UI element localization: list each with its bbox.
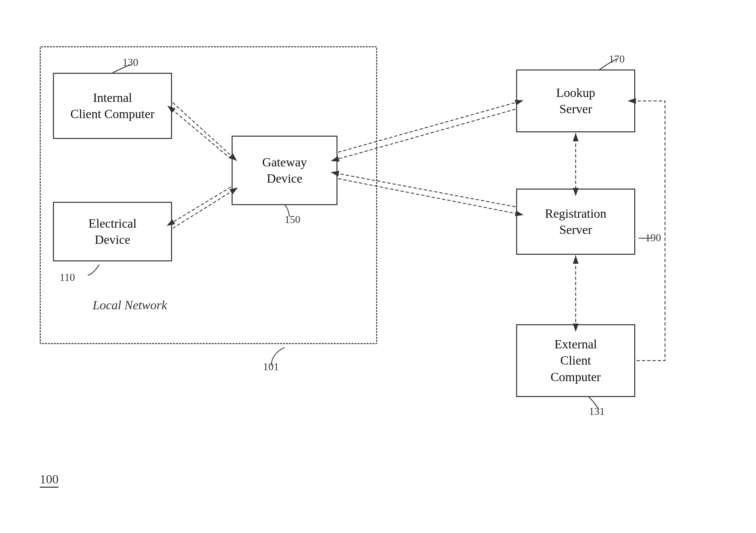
internal-client-computer-box: Internal Client Computer (53, 73, 172, 139)
gateway-device-box: Gateway Device (232, 136, 337, 205)
ref-150: 150 (285, 213, 300, 226)
ref-100-label: 100 (40, 472, 59, 486)
electrical-device-box: Electrical Device (53, 202, 172, 261)
local-network-label: Local Network (93, 298, 167, 312)
ref-170: 170 (609, 53, 625, 65)
diagram-container: Local Network 100 Internal Client Comput… (26, 26, 728, 506)
registration-server-box: Registration Server (516, 189, 635, 255)
ref-131: 131 (589, 405, 605, 418)
ref-110: 110 (60, 271, 75, 284)
ref-130: 130 (122, 56, 138, 68)
external-client-computer-box: External Client Computer (516, 324, 635, 397)
ref-190: 190 (645, 232, 661, 244)
ref-101: 101 (263, 361, 279, 373)
lookup-server-box: Lookup Server (516, 69, 635, 132)
